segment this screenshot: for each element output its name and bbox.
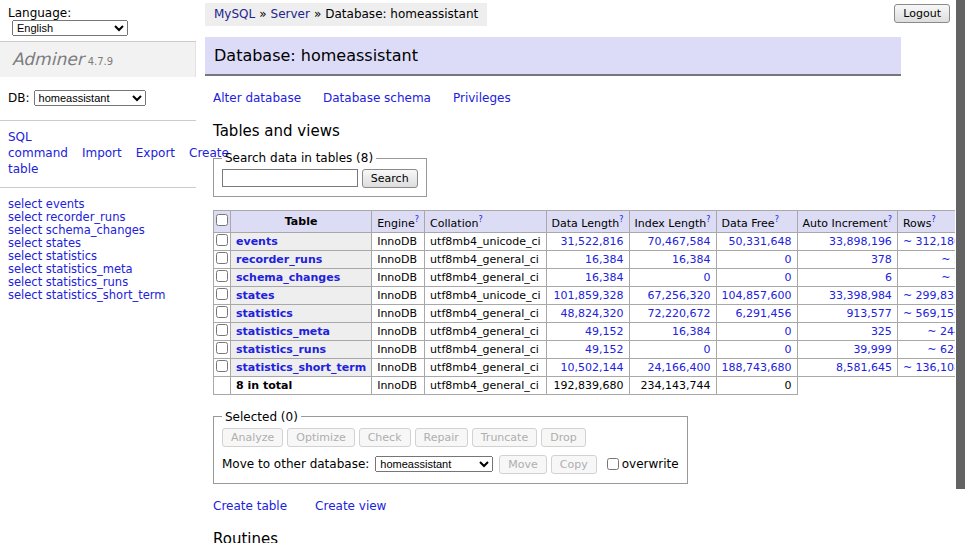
row-checkbox-cell bbox=[214, 358, 231, 376]
data-free-value[interactable]: 0 bbox=[716, 250, 797, 268]
overwrite-wrap: overwrite bbox=[607, 457, 679, 471]
logout-button[interactable]: Logout bbox=[894, 4, 950, 23]
collation-value: utf8mb4_general_ci bbox=[425, 340, 546, 358]
truncate-button[interactable]: Truncate bbox=[472, 428, 537, 447]
select-all-checkbox[interactable] bbox=[216, 214, 228, 226]
total-index-length: 234,143,744 bbox=[629, 376, 716, 394]
row-select-checkbox[interactable] bbox=[216, 288, 228, 300]
move-button[interactable]: Move bbox=[499, 455, 547, 474]
index-length-value[interactable]: 70,467,584 bbox=[629, 232, 716, 250]
data-free-value[interactable]: 50,331,648 bbox=[716, 232, 797, 250]
table-link-schema-changes[interactable]: schema_changes bbox=[236, 271, 340, 284]
auto-increment-value[interactable]: 8,581,645 bbox=[797, 358, 897, 376]
table-link-statistics-runs[interactable]: statistics_runs bbox=[236, 343, 326, 356]
auto-increment-value[interactable]: 913,577 bbox=[797, 304, 897, 322]
table-link-recorder-runs[interactable]: recorder_runs bbox=[236, 253, 322, 266]
index-length-value[interactable]: 67,256,320 bbox=[629, 286, 716, 304]
link-alter-database[interactable]: Alter database bbox=[213, 91, 301, 105]
index-length-value[interactable]: 0 bbox=[629, 340, 716, 358]
row-select-checkbox[interactable] bbox=[216, 342, 228, 354]
index-length-value[interactable]: 16,384 bbox=[629, 322, 716, 340]
help-link[interactable]: ? bbox=[706, 215, 710, 224]
optimize-button[interactable]: Optimize bbox=[287, 428, 354, 447]
language-select[interactable]: English bbox=[12, 20, 128, 36]
index-length-value[interactable]: 72,220,672 bbox=[629, 304, 716, 322]
data-length-value[interactable]: 49,152 bbox=[546, 340, 629, 358]
data-length-value[interactable]: 48,824,320 bbox=[546, 304, 629, 322]
move-db-select[interactable]: homeassistant bbox=[375, 456, 493, 472]
auto-increment-value[interactable]: 33,398,984 bbox=[797, 286, 897, 304]
vertical-scrollbar-track[interactable] bbox=[955, 0, 966, 543]
data-free-value[interactable]: 0 bbox=[716, 322, 797, 340]
help-link[interactable]: ? bbox=[775, 215, 779, 224]
language-label: Language: bbox=[8, 6, 71, 20]
sidebar-action-sql-command[interactable]: SQL command bbox=[8, 130, 68, 160]
row-select-checkbox[interactable] bbox=[216, 324, 228, 336]
auto-increment-value[interactable]: 39,999 bbox=[797, 340, 897, 358]
data-length-value[interactable]: 16,384 bbox=[546, 250, 629, 268]
help-link[interactable]: ? bbox=[931, 215, 935, 224]
help-link[interactable]: ? bbox=[415, 215, 419, 224]
vertical-scrollbar-thumb[interactable] bbox=[956, 0, 965, 489]
auto-increment-value[interactable]: 378 bbox=[797, 250, 897, 268]
breadcrumb-separator: » bbox=[259, 7, 266, 21]
help-link[interactable]: ? bbox=[478, 215, 482, 224]
data-free-value[interactable]: 104,857,600 bbox=[716, 286, 797, 304]
data-length-value[interactable]: 10,502,144 bbox=[546, 358, 629, 376]
auto-increment-value[interactable]: 6 bbox=[797, 268, 897, 286]
column-header-data-length: Data Length? bbox=[546, 211, 629, 233]
analyze-button[interactable]: Analyze bbox=[222, 428, 283, 447]
total-engine: InnoDB bbox=[372, 376, 425, 394]
column-header-table: Table bbox=[231, 211, 372, 233]
link-privileges[interactable]: Privileges bbox=[453, 91, 511, 105]
total-collation: utf8mb4_general_ci bbox=[425, 376, 546, 394]
check-button[interactable]: Check bbox=[359, 428, 411, 447]
data-free-value[interactable]: 0 bbox=[716, 268, 797, 286]
row-select-checkbox[interactable] bbox=[216, 234, 228, 246]
table-link-statistics-short-term[interactable]: statistics_short_term bbox=[236, 361, 366, 374]
index-length-value[interactable]: 16,384 bbox=[629, 250, 716, 268]
collation-value: utf8mb4_general_ci bbox=[425, 250, 546, 268]
data-free-value[interactable]: 188,743,680 bbox=[716, 358, 797, 376]
sidebar-action-export[interactable]: Export bbox=[136, 146, 175, 160]
move-row: Move to other database: homeassistant Mo… bbox=[222, 455, 679, 474]
index-length-value[interactable]: 24,166,400 bbox=[629, 358, 716, 376]
breadcrumb: MySQL»Server»Database: homeassistant bbox=[205, 3, 487, 26]
auto-increment-value[interactable]: 325 bbox=[797, 322, 897, 340]
data-length-value[interactable]: 16,384 bbox=[546, 268, 629, 286]
auto-increment-value[interactable]: 33,898,196 bbox=[797, 232, 897, 250]
repair-button[interactable]: Repair bbox=[415, 428, 468, 447]
search-input[interactable] bbox=[222, 169, 358, 187]
adminer-logo: Adminer4.7.9 bbox=[0, 42, 196, 77]
copy-button[interactable]: Copy bbox=[551, 455, 597, 474]
help-link[interactable]: ? bbox=[888, 215, 892, 224]
breadcrumb-link-mysql[interactable]: MySQL bbox=[214, 7, 255, 21]
table-header-row: TableEngine?Collation?Data Length?Index … bbox=[214, 211, 966, 233]
table-link-statistics[interactable]: statistics bbox=[236, 307, 293, 320]
row-select-checkbox[interactable] bbox=[216, 306, 228, 318]
db-select[interactable]: homeassistant bbox=[34, 90, 146, 106]
drop-button[interactable]: Drop bbox=[541, 428, 585, 447]
link-database-schema[interactable]: Database schema bbox=[323, 91, 431, 105]
data-free-value[interactable]: 0 bbox=[716, 340, 797, 358]
row-select-checkbox[interactable] bbox=[216, 252, 228, 264]
search-button[interactable]: Search bbox=[362, 169, 418, 188]
link-create-table[interactable]: Create table bbox=[213, 499, 287, 513]
data-length-value[interactable]: 31,522,816 bbox=[546, 232, 629, 250]
table-link-events[interactable]: events bbox=[236, 235, 278, 248]
table-total-row: 8 in totalInnoDButf8mb4_general_ci192,83… bbox=[214, 376, 966, 394]
data-length-value[interactable]: 49,152 bbox=[546, 322, 629, 340]
row-select-checkbox[interactable] bbox=[216, 270, 228, 282]
help-link[interactable]: ? bbox=[619, 215, 623, 224]
index-length-value[interactable]: 0 bbox=[629, 268, 716, 286]
link-create-view[interactable]: Create view bbox=[315, 499, 386, 513]
sidebar-select-statistics-short-term[interactable]: select statistics_short_term bbox=[8, 289, 188, 302]
breadcrumb-link-server[interactable]: Server bbox=[271, 7, 310, 21]
overwrite-checkbox[interactable] bbox=[607, 458, 619, 470]
data-free-value[interactable]: 6,291,456 bbox=[716, 304, 797, 322]
table-link-states[interactable]: states bbox=[236, 289, 275, 302]
data-length-value[interactable]: 101,859,328 bbox=[546, 286, 629, 304]
row-select-checkbox[interactable] bbox=[216, 360, 228, 372]
table-link-statistics-meta[interactable]: statistics_meta bbox=[236, 325, 330, 338]
sidebar-action-import[interactable]: Import bbox=[82, 146, 122, 160]
